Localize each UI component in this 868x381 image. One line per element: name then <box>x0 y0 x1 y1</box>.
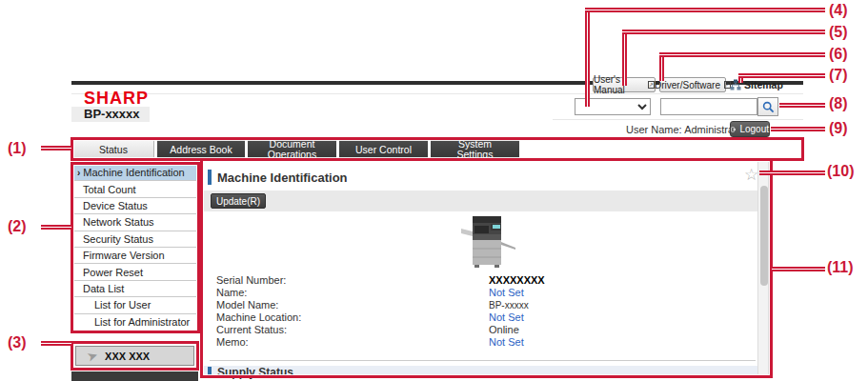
content-scrollbar[interactable] <box>757 162 769 375</box>
callout-line-8 <box>779 103 825 108</box>
callout-number-9: (9) <box>829 120 848 136</box>
content-toolbar <box>203 190 757 211</box>
sidebar-item-label: Network Status <box>83 216 154 228</box>
tab-address-book[interactable]: Address Book <box>157 139 245 160</box>
sidebar-item-firmware-version[interactable]: Firmware Version <box>73 248 198 264</box>
field-value-name[interactable]: Not Set <box>489 287 524 299</box>
callout-number-4: (4) <box>829 2 848 18</box>
field-value-serial-number: XXXXXXXX <box>489 274 545 287</box>
sidebar-item-label: Device Status <box>83 200 148 211</box>
field-label: Name: <box>216 287 247 299</box>
callout-line-5 <box>622 30 825 34</box>
tab-system-settings[interactable]: System Settings <box>431 139 519 160</box>
sidebar-item-label: Total Count <box>83 184 136 195</box>
callout-line-11 <box>772 267 825 271</box>
field-label: Serial Number: <box>216 274 286 287</box>
section-title-bar <box>208 367 212 375</box>
callout-number-2: (2) <box>8 218 27 234</box>
sidebar-item-list-for-administrator[interactable]: List for Administrator <box>73 314 198 331</box>
sidebar-item-label: List for User <box>94 299 151 311</box>
sitemap-link[interactable]: Sitemap <box>730 77 783 92</box>
callout-number-8: (8) <box>829 95 848 111</box>
field-value-current-status: Online <box>489 324 519 336</box>
sharp-logo: SHARP <box>84 89 149 109</box>
sidebar-item-security-status[interactable]: Security Status <box>73 231 198 248</box>
supply-status-title: Supply Status <box>217 366 293 379</box>
tab-label: Status <box>99 145 128 155</box>
sitemap-label: Sitemap <box>744 79 783 90</box>
sidebar-item-network-status[interactable]: Network Status <box>73 214 198 231</box>
header-divider-top <box>71 93 803 94</box>
callout-number-11: (11) <box>827 259 854 275</box>
users-manual-button[interactable]: User's Manual ↗ <box>593 77 656 92</box>
tab-status[interactable]: Status <box>72 139 154 160</box>
page-title: Machine Identification <box>217 170 348 185</box>
sitemap-icon <box>730 79 741 90</box>
model-name-strip: BP-xxxxx <box>71 107 150 122</box>
sidebar-item-device-status[interactable]: Device Status <box>73 198 198 214</box>
language-dropdown[interactable] <box>575 98 651 115</box>
screenshot-canvas: SHARP BP-xxxxx User's Manual ↗ Driver/So… <box>0 0 868 381</box>
callout-number-3: (3) <box>8 334 27 351</box>
sidebar-item-list-for-user[interactable]: List for User <box>73 297 198 313</box>
sidebar-item-label: Security Status <box>83 233 153 245</box>
tab-label: Address Book <box>170 145 232 155</box>
printer-image <box>455 213 518 274</box>
field-label: Machine Location: <box>216 311 301 324</box>
logout-button[interactable]: Logout <box>730 121 770 137</box>
sidebar-menu: › Machine Identification Total Count Dev… <box>73 165 198 331</box>
sidebar-item-label: Power Reset <box>83 267 143 278</box>
callout-number-6: (6) <box>829 46 848 62</box>
logout-icon <box>731 125 736 134</box>
driver-software-button[interactable]: Driver/Software ↗ <box>659 77 726 92</box>
sidebar-item-data-list[interactable]: Data List <box>73 281 198 297</box>
field-label: Model Name: <box>216 299 278 311</box>
callout-number-10: (10) <box>827 163 854 179</box>
sidebar-item-total-count[interactable]: Total Count <box>73 181 198 197</box>
callout-line-4 <box>585 8 825 12</box>
update-button[interactable]: Update(R) <box>211 193 266 209</box>
callout-line-2 <box>41 225 71 230</box>
sidebar-item-label: Machine Identification <box>83 167 184 178</box>
section-divider <box>210 360 756 361</box>
search-button[interactable] <box>757 97 778 116</box>
sidebar-item-label: Firmware Version <box>83 250 165 261</box>
logout-label: Logout <box>739 124 769 134</box>
field-value-machine-location[interactable]: Not Set <box>489 311 524 324</box>
callout-line-3 <box>41 341 71 346</box>
callout-line-9 <box>771 127 825 131</box>
users-manual-label: User's Manual <box>594 74 644 95</box>
sidebar-item-label: Data List <box>83 283 124 294</box>
search-icon <box>762 101 775 113</box>
callout-line-6 <box>659 52 825 57</box>
callout-number-5: (5) <box>829 24 848 40</box>
tab-label: System Settings <box>451 139 500 160</box>
tab-user-control[interactable]: User Control <box>339 139 428 160</box>
tab-label: Document Operations <box>259 139 326 160</box>
active-item-bullet-icon: › <box>77 168 80 178</box>
sidebar-item-label: List for Administrator <box>94 316 190 328</box>
model-name: BP-xxxxx <box>71 107 150 122</box>
custom-link-button[interactable]: ➤ XXX XXX <box>75 346 194 366</box>
shortcut-label: XXX XXX <box>105 351 150 362</box>
field-value-model-name: BP-xxxxx <box>489 299 529 311</box>
sidebar-item-power-reset[interactable]: Power Reset <box>73 264 198 280</box>
scrollbar-thumb[interactable] <box>760 186 768 286</box>
callout-line-4 <box>585 8 590 107</box>
driver-software-label: Driver/Software <box>655 80 720 90</box>
field-value-memo[interactable]: Not Set <box>489 336 524 349</box>
callout-number-1: (1) <box>8 140 27 156</box>
favorite-star-icon[interactable]: ☆ <box>744 167 758 183</box>
shortcut-arrow-icon: ➤ <box>86 348 99 363</box>
search-input[interactable] <box>660 98 757 115</box>
field-label: Memo: <box>216 336 249 349</box>
callout-line-1 <box>41 146 71 150</box>
callout-number-7: (7) <box>829 67 848 83</box>
sidebar-item-machine-identification[interactable]: › Machine Identification <box>73 165 198 181</box>
header-divider-bottom <box>553 119 803 120</box>
field-label: Current Status: <box>216 324 287 336</box>
user-name-label: User Name: Administrator <box>626 124 746 135</box>
external-link-icon: ↗ <box>648 81 655 89</box>
sidebar-footer-band <box>71 371 198 381</box>
tab-document-operations[interactable]: Document Operations <box>248 139 336 160</box>
